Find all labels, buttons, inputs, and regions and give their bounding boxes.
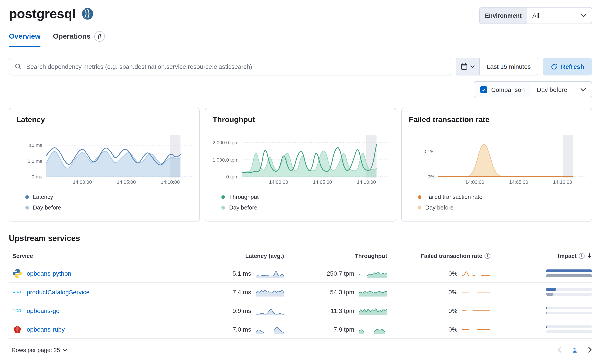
impact-current-bar <box>546 307 547 309</box>
comparison-checkbox[interactable] <box>480 86 487 93</box>
impact-bars <box>546 269 592 277</box>
y-axis: 10 ms5.0 ms0 ms <box>16 135 46 178</box>
latency-card: Latency 10 ms5.0 ms0 ms 14:00:0014:05:00… <box>9 108 200 221</box>
table-row: opbeans-python 5.1 ms 250.7 tpm 0% <box>9 264 592 283</box>
throughput-value: 11.3 tpm <box>331 307 354 314</box>
y-axis-label: 0% <box>428 174 435 179</box>
impact-bars <box>546 288 592 296</box>
legend-label: Throughput <box>229 193 259 200</box>
latency-sparkline <box>256 287 284 297</box>
y-axis-label: 2,000.0 tpm <box>212 140 238 145</box>
legend-item[interactable]: Day before <box>418 204 585 211</box>
time-range-button[interactable]: Last 15 minutes <box>480 58 538 75</box>
service-link[interactable]: opbeans-go <box>27 307 60 314</box>
y-axis: 2,000.0 tpm1,000.0 tpm0 tpm <box>213 135 242 178</box>
tab-overview[interactable]: Overview <box>9 31 40 47</box>
chart-title: Failed transaction rate <box>409 115 585 124</box>
column-header-impact[interactable]: Impact <box>490 252 592 259</box>
search-input[interactable] <box>25 63 451 71</box>
impact-previous-bar <box>546 293 553 296</box>
service-link[interactable]: opbeans-python <box>27 270 71 277</box>
pagination: 1 <box>557 346 592 354</box>
next-page-button[interactable] <box>588 347 592 353</box>
table-row: GO productCatalogService 7.4 ms 54.3 tpm… <box>9 283 592 301</box>
failed-rate-value: 0% <box>449 307 457 314</box>
legend-dot <box>222 195 225 199</box>
throughput-card: Throughput 2,000.0 tpm1,000.0 tpm0 tpm 1… <box>205 108 396 221</box>
legend-item[interactable]: Day before <box>25 204 192 211</box>
environment-label: Environment <box>480 8 527 24</box>
impact-current-bar <box>546 288 556 291</box>
legend-item[interactable]: Failed transaction rate <box>418 193 585 200</box>
x-axis-label: 14:00:00 <box>73 179 92 185</box>
y-axis-label: 1,000.0 tpm <box>212 157 238 162</box>
date-picker: Last 15 minutes <box>456 58 538 76</box>
go-icon: GO <box>12 287 22 297</box>
x-axis-label: 14:05:00 <box>117 179 136 185</box>
upstream-services-table: Service Latency (avg.) Throughput Failed… <box>9 248 592 339</box>
legend-item[interactable]: Latency <box>25 193 192 200</box>
latency-value: 9.9 ms <box>232 307 251 314</box>
legend-dot <box>418 206 421 209</box>
throughput-chart <box>242 135 389 178</box>
upstream-services-title: Upstream services <box>9 234 592 243</box>
comparison-toggle[interactable]: Comparison <box>474 82 531 98</box>
x-axis-label: 14:05:00 <box>313 179 332 185</box>
failed-transaction-rate-card: Failed transaction rate 0.1%0% 14:00:001… <box>401 108 592 221</box>
check-icon <box>481 87 486 92</box>
table-footer: Rows per page: 25 1 <box>9 346 592 358</box>
column-header-impact-label: Impact <box>558 252 577 259</box>
latency-value: 7.0 ms <box>232 326 251 333</box>
failed-rate-value: 0% <box>449 270 457 277</box>
x-axis-label: 14:10:00 <box>553 179 572 185</box>
column-header-latency[interactable]: Latency (avg.) <box>191 252 284 259</box>
comparison-value: Day before <box>537 86 567 93</box>
impact-current-bar <box>546 269 592 272</box>
page-number-button[interactable]: 1 <box>570 346 579 354</box>
y-axis: 0.1%0% <box>409 135 438 178</box>
throughput-sparkline <box>359 305 387 316</box>
comparison-label: Comparison <box>491 86 525 93</box>
y-axis-label: 0.1% <box>423 148 434 154</box>
throughput-sparkline <box>359 287 387 297</box>
refresh-button[interactable]: Refresh <box>543 58 592 76</box>
service-link[interactable]: opbeans-ruby <box>27 326 65 333</box>
search-row: Last 15 minutes Refresh <box>9 58 592 76</box>
latency-sparkline <box>256 324 284 335</box>
info-icon[interactable] <box>579 253 585 259</box>
x-axis: 14:00:0014:05:0014:10:00 <box>242 179 389 186</box>
y-axis-label: 5.0 ms <box>28 158 42 163</box>
info-icon[interactable] <box>485 253 490 259</box>
postgresql-logo-icon <box>81 7 94 20</box>
failed-rate-chart <box>438 135 585 178</box>
latency-chart <box>46 135 192 178</box>
impact-previous-bar <box>546 330 546 333</box>
previous-page-button[interactable] <box>557 347 561 353</box>
latency-sparkline <box>256 305 284 316</box>
column-header-service: Service <box>9 252 191 259</box>
chevron-down-icon <box>581 88 586 91</box>
legend-item[interactable]: Throughput <box>222 193 389 200</box>
failed-rate-value: 0% <box>449 326 457 333</box>
service-link[interactable]: productCatalogService <box>27 288 90 296</box>
date-quick-select-button[interactable] <box>456 58 480 75</box>
metric-cards: Latency 10 ms5.0 ms0 ms 14:00:0014:05:00… <box>9 108 592 221</box>
environment-select[interactable]: Environment All <box>479 7 592 24</box>
page-title: postgresql <box>9 6 76 21</box>
legend-item[interactable]: Day before <box>222 204 389 211</box>
x-axis: 14:00:0014:05:0014:10:00 <box>438 179 585 186</box>
failed-rate-sparkline <box>462 324 490 335</box>
tab-operations[interactable]: Operations β <box>53 31 105 47</box>
x-axis: 14:00:0014:05:0014:10:00 <box>46 179 192 186</box>
chevron-down-icon <box>470 65 475 68</box>
comparison-select[interactable]: Day before <box>531 82 592 98</box>
refresh-label: Refresh <box>561 63 584 70</box>
column-header-throughput[interactable]: Throughput <box>284 252 387 259</box>
rows-per-page-button[interactable]: Rows per page: 25 <box>9 346 70 354</box>
impact-bars <box>546 325 592 333</box>
impact-previous-bar <box>546 312 547 314</box>
legend-dot <box>222 206 225 209</box>
column-header-failed-rate[interactable]: Failed transaction rate <box>387 252 490 259</box>
y-axis-label: 10 ms <box>29 143 42 148</box>
chart-title: Latency <box>16 115 192 124</box>
